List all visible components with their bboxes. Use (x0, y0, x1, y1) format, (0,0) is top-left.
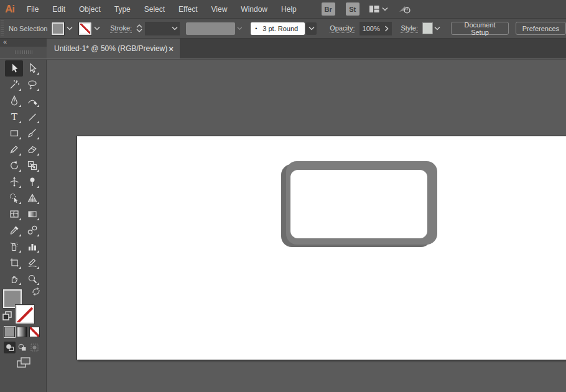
chevron-down-icon (94, 26, 100, 30)
lasso-tool-icon (27, 79, 38, 90)
tool-column-graph[interactable] (23, 238, 41, 254)
tool-symbol-sprayer[interactable] (5, 238, 23, 254)
tool-rotate[interactable] (5, 157, 23, 174)
stroke-weight-stepper[interactable] (136, 24, 144, 32)
draw-inside-icon (30, 343, 39, 352)
curvature-tool-icon (27, 95, 38, 106)
chevron-down-icon (67, 26, 73, 30)
menu-help[interactable]: Help (274, 0, 304, 19)
perspective-grid-tool-icon (27, 192, 38, 203)
menu-object[interactable]: Object (72, 0, 108, 19)
draw-inside-mode-button[interactable] (29, 342, 40, 353)
draw-behind-mode-button[interactable] (16, 342, 28, 353)
menu-type[interactable]: Type (108, 0, 137, 19)
artboard-tool-icon (9, 257, 20, 268)
style-swatch[interactable] (422, 22, 433, 34)
tool-pen[interactable] (5, 93, 23, 109)
puppet-warp-tool-icon (27, 176, 38, 187)
tool-magic-wand[interactable] (5, 77, 23, 93)
color-button[interactable] (4, 327, 15, 337)
canvas-area[interactable] (47, 60, 566, 392)
style-dropdown-button[interactable] (433, 22, 441, 34)
draw-normal-mode-button[interactable] (4, 342, 16, 353)
tool-slice[interactable] (23, 254, 41, 271)
stroke-color-dropdown[interactable] (79, 22, 100, 35)
tool-selection[interactable] (5, 60, 23, 77)
brush-definition-dropdown[interactable]: • 3 pt. Round (251, 22, 317, 35)
main-area: T (0, 58, 566, 392)
workspace-switcher-button[interactable] (369, 4, 388, 14)
tool-width[interactable] (5, 174, 23, 190)
swap-fill-stroke-icon[interactable] (30, 286, 42, 296)
preferences-button[interactable]: Preferences (516, 22, 566, 35)
style-label[interactable]: Style: (401, 24, 418, 33)
brush-name: 3 pt. Round (262, 25, 298, 32)
tool-artboard[interactable] (5, 254, 23, 271)
tool-eyedropper[interactable] (5, 222, 23, 238)
magic-wand-tool-icon (9, 79, 20, 90)
tool-zoom[interactable] (23, 271, 41, 287)
paintbrush-tool-icon (27, 128, 38, 139)
mesh-tool-icon (9, 208, 20, 220)
change-screen-mode-button[interactable] (16, 357, 31, 369)
gpu-performance-button[interactable] (398, 4, 412, 15)
gradient-button[interactable] (17, 327, 27, 337)
opacity-label[interactable]: Opacity: (330, 24, 355, 33)
tool-curvature[interactable] (23, 93, 41, 109)
opacity-field[interactable]: 100% (360, 22, 392, 35)
chevron-down-icon (309, 26, 315, 30)
tool-shape-builder[interactable] (5, 190, 23, 206)
tool-eraser[interactable] (23, 141, 41, 157)
menu-file[interactable]: File (20, 0, 45, 19)
tool-perspective-grid[interactable] (23, 190, 41, 206)
default-fill-stroke-icon[interactable] (2, 311, 12, 321)
tool-scale[interactable] (23, 157, 41, 174)
scale-tool-icon (27, 160, 38, 171)
tool-paintbrush[interactable] (23, 125, 41, 141)
chevron-down-icon (434, 26, 440, 30)
menu-select[interactable]: Select (137, 0, 172, 19)
tool-direct-selection[interactable] (23, 60, 41, 77)
tools-panel: T (0, 60, 47, 392)
menu-effect[interactable]: Effect (172, 0, 204, 19)
bridge-button[interactable]: Br (322, 2, 335, 16)
shaper-tool-icon (9, 144, 20, 155)
draw-normal-icon (5, 343, 14, 352)
key-shape[interactable] (281, 161, 437, 248)
stroke-proxy-swatch-none[interactable] (16, 305, 34, 324)
tool-rectangle[interactable] (5, 125, 23, 141)
shape-builder-tool-icon (9, 192, 20, 203)
document-tab-title: Untitled-1* @ 50% (RGB/Preview) (54, 44, 167, 53)
stroke-weight-dropdown[interactable] (145, 22, 179, 35)
tool-lasso[interactable] (23, 77, 41, 93)
tool-type[interactable]: T (5, 109, 23, 125)
pen-tool-icon (9, 95, 20, 106)
tool-blend[interactable] (23, 222, 41, 238)
stock-button[interactable]: St (346, 2, 360, 16)
menu-edit[interactable]: Edit (45, 0, 72, 19)
stroke-weight-label[interactable]: Stroke: (110, 24, 132, 33)
toolbar-collapse-button[interactable]: « (0, 39, 47, 47)
document-tab[interactable]: Untitled-1* @ 50% (RGB/Preview) × (47, 39, 180, 58)
close-icon[interactable]: × (167, 44, 175, 54)
menu-view[interactable]: View (205, 0, 234, 19)
tool-puppet-warp[interactable] (23, 174, 41, 190)
toolbar-drag-grip[interactable] (15, 50, 32, 54)
brush-dropdown-button[interactable] (306, 22, 317, 35)
control-bar-grip[interactable] (1, 20, 4, 37)
document-setup-button[interactable]: Document Setup (451, 22, 508, 35)
variable-width-profile-dropdown[interactable] (186, 22, 235, 35)
tool-gradient[interactable] (23, 206, 41, 222)
none-button[interactable] (29, 327, 40, 337)
slice-tool-icon (27, 257, 38, 268)
brush-preview-dot: • (255, 26, 257, 32)
key-shape-inner (290, 170, 427, 238)
fill-color-dropdown[interactable] (52, 22, 73, 35)
tool-mesh[interactable] (5, 206, 23, 222)
symbol-sprayer-tool-icon (9, 241, 20, 252)
menu-window[interactable]: Window (234, 0, 274, 19)
tool-hand[interactable] (5, 271, 23, 287)
document-tab-strip: « Untitled-1* @ 50% (RGB/Preview) × (0, 39, 566, 58)
tool-line-segment[interactable] (23, 109, 41, 125)
tool-shaper[interactable] (5, 141, 23, 157)
